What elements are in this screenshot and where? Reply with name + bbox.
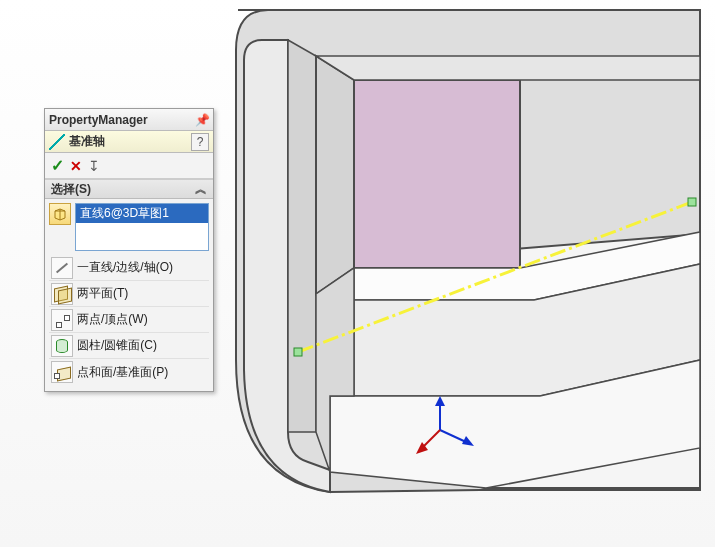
axis-icon (49, 134, 65, 150)
feature-name: 基准轴 (69, 133, 191, 150)
section-body: 直线6@3D草图1 一直线/边线/轴(O) 两平面(T) 两点/顶点(W) 圆柱… (45, 199, 213, 391)
two-points-icon (51, 309, 73, 331)
svg-rect-1 (294, 348, 302, 356)
ok-button[interactable]: ✓ (51, 156, 64, 175)
pm-titlebar[interactable]: PropertyManager 📌 (45, 109, 213, 131)
selection-filter-icon[interactable] (49, 203, 71, 225)
option-label: 两点/顶点(W) (77, 311, 148, 328)
chevron-up-icon: ︽ (195, 181, 207, 198)
line-icon (51, 257, 73, 279)
option-two-planes[interactable]: 两平面(T) (49, 281, 209, 307)
selection-row: 直线6@3D草图1 (49, 203, 209, 251)
pm-action-row: ✓ ✕ ↧ (45, 153, 213, 179)
option-label: 点和面/基准面(P) (77, 364, 168, 381)
section-header-select[interactable]: 选择(S) ︽ (45, 179, 213, 199)
selected-entity[interactable]: 直线6@3D草图1 (76, 204, 208, 223)
cancel-button[interactable]: ✕ (70, 158, 82, 174)
pm-feature-row: 基准轴 ? (45, 131, 213, 153)
option-label: 两平面(T) (77, 285, 128, 302)
svg-rect-2 (688, 198, 696, 206)
pm-pin-icon[interactable]: 📌 (195, 113, 209, 127)
option-line-edge-axis[interactable]: 一直线/边线/轴(O) (49, 255, 209, 281)
help-button[interactable]: ? (191, 133, 209, 151)
point-face-icon (51, 361, 73, 383)
option-cylinder-cone[interactable]: 圆柱/圆锥面(C) (49, 333, 209, 359)
cylinder-icon (51, 335, 73, 357)
section-header-label: 选择(S) (51, 181, 91, 198)
option-label: 一直线/边线/轴(O) (77, 259, 173, 276)
detail-preview-button[interactable]: ↧ (88, 158, 100, 174)
property-manager-panel: PropertyManager 📌 基准轴 ? ✓ ✕ ↧ 选择(S) ︽ 直线… (44, 108, 214, 392)
option-label: 圆柱/圆锥面(C) (77, 337, 157, 354)
two-planes-icon (51, 283, 73, 305)
option-point-face[interactable]: 点和面/基准面(P) (49, 359, 209, 385)
pm-title-label: PropertyManager (49, 113, 193, 127)
selection-listbox[interactable]: 直线6@3D草图1 (75, 203, 209, 251)
option-two-points[interactable]: 两点/顶点(W) (49, 307, 209, 333)
